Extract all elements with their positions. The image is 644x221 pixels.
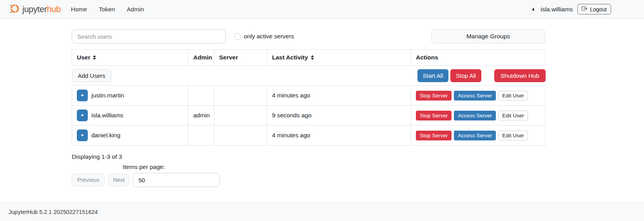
- jupyter-icon: [9, 4, 20, 15]
- sort-last-activity-icon[interactable]: [311, 55, 314, 60]
- stop-server-button[interactable]: Stop Server: [416, 111, 452, 120]
- username-cell: isla.williams: [91, 112, 123, 119]
- items-per-page-input[interactable]: [133, 173, 220, 187]
- table-row: daniel.king 4 minutes ago Stop Server Ac…: [72, 126, 546, 146]
- header-admin: Admin: [189, 50, 214, 66]
- edit-user-button[interactable]: Edit User: [498, 111, 528, 120]
- users-table: User Admin Server Last Activity Actions: [72, 49, 546, 146]
- only-active-label: only active servers: [244, 33, 294, 40]
- toolbar: only active servers Manage Groups: [72, 29, 545, 43]
- next-page-button[interactable]: Next: [109, 174, 129, 186]
- sort-user-icon[interactable]: [93, 55, 96, 60]
- caret-down-icon: [81, 115, 84, 117]
- edit-user-button[interactable]: Edit User: [498, 91, 528, 101]
- user-dropdown-toggle[interactable]: [77, 90, 88, 101]
- admin-cell: [189, 126, 214, 146]
- username-cell: daniel.king: [91, 132, 120, 139]
- current-username: isla.williams: [541, 6, 573, 13]
- items-per-page-label: Items per page:: [123, 164, 545, 171]
- header-actions: Actions: [411, 50, 546, 66]
- table-row: justin.martin 4 minutes ago Stop Server …: [72, 86, 546, 106]
- server-cell: [214, 86, 267, 106]
- nav-links: Home Token Admin: [71, 6, 144, 13]
- active-servers-filter: only active servers: [234, 33, 294, 40]
- header-user: User: [72, 50, 189, 66]
- pagination: Displaying 1-3 of 3 Items per page: Prev…: [72, 153, 545, 187]
- last-activity-cell: 4 minutes ago: [267, 86, 411, 106]
- header-last-activity: Last Activity: [267, 50, 411, 66]
- manage-groups-button[interactable]: Manage Groups: [431, 29, 545, 43]
- edit-user-button[interactable]: Edit User: [498, 131, 528, 140]
- admin-cell: admin: [189, 106, 214, 126]
- last-activity-cell: 9 seconds ago: [267, 106, 411, 126]
- username-cell: justin.martin: [91, 92, 124, 99]
- version-text: JupyterHub 5.2.1 20250227151624: [9, 209, 98, 215]
- logout-label: Logout: [590, 6, 607, 13]
- nav-link-token[interactable]: Token: [99, 6, 115, 13]
- stop-server-button[interactable]: Stop Server: [416, 91, 452, 101]
- navbar-right: ◐ isla.williams Logout: [532, 4, 611, 14]
- previous-page-button[interactable]: Previous: [72, 174, 105, 186]
- access-server-button[interactable]: Access Server: [454, 111, 496, 120]
- logout-icon: [582, 6, 587, 13]
- only-active-checkbox[interactable]: [234, 33, 241, 40]
- caret-down-icon: [81, 135, 84, 137]
- admin-cell: [189, 86, 214, 106]
- add-users-button[interactable]: Add Users: [72, 69, 111, 82]
- server-cell: [214, 106, 267, 126]
- header-server: Server: [214, 50, 267, 66]
- user-dropdown-toggle[interactable]: [77, 110, 88, 121]
- table-header-row: User Admin Server Last Activity Actions: [72, 50, 546, 66]
- page-summary: Displaying 1-3 of 3: [72, 153, 545, 160]
- caret-down-icon: [81, 95, 84, 97]
- access-server-button[interactable]: Access Server: [454, 91, 496, 101]
- admin-panel: only active servers Manage Groups User A…: [0, 19, 545, 187]
- start-all-button[interactable]: Start All: [417, 69, 449, 82]
- navbar: jupyterhub Home Token Admin ◐ isla.willi…: [0, 0, 644, 19]
- brand-text: jupyterhub: [22, 4, 61, 14]
- nav-link-admin[interactable]: Admin: [127, 6, 144, 13]
- stop-server-button[interactable]: Stop Server: [416, 131, 452, 140]
- access-server-button[interactable]: Access Server: [454, 131, 496, 140]
- logout-button[interactable]: Logout: [577, 4, 611, 14]
- nav-link-home[interactable]: Home: [71, 6, 87, 13]
- theme-toggle-icon[interactable]: ◐: [532, 6, 536, 13]
- user-dropdown-toggle[interactable]: [77, 129, 88, 141]
- footer: JupyterHub 5.2.1 20250227151624: [0, 202, 644, 221]
- search-input[interactable]: [72, 29, 226, 43]
- table-row: isla.williams admin 9 seconds ago Stop S…: [72, 106, 546, 126]
- jupyterhub-logo[interactable]: jupyterhub: [9, 4, 61, 15]
- bulk-controls-row: Add Users Start All Stop All Shutdown Hu…: [72, 66, 546, 86]
- stop-all-button[interactable]: Stop All: [450, 69, 481, 82]
- last-activity-cell: 4 minutes ago: [267, 126, 411, 146]
- server-cell: [214, 126, 267, 146]
- shutdown-hub-button[interactable]: Shutdown Hub: [494, 69, 545, 82]
